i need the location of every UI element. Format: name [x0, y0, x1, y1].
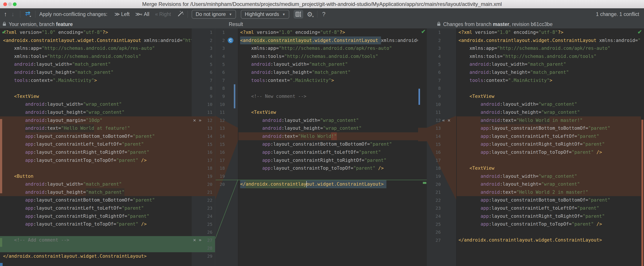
gutter-line: 11: [215, 108, 238, 116]
gutter-line: 24: [192, 212, 215, 220]
code-line: android:layout_width="wrap_content": [457, 172, 641, 180]
code-line[interactable]: app:layout_constraintTop_toTopOf="parent…: [238, 164, 418, 172]
code-line[interactable]: [238, 172, 418, 180]
added-stripe-marker[interactable]: [0, 238, 2, 247]
editor-settings-button[interactable]: ⚙ ▾: [307, 10, 314, 18]
result-marker-strip: ✔: [418, 28, 427, 266]
compare-options-icon[interactable]: [24, 10, 32, 19]
chevron-down-icon: ▾: [312, 15, 314, 18]
gutter-line: 16: [192, 148, 215, 156]
code-line: <!-- Add comment -->: [0, 236, 192, 244]
gutter-line: 28: [192, 244, 215, 252]
gutter-line: 15: [215, 140, 238, 148]
code-line[interactable]: android:text="Hello World!": [238, 132, 418, 140]
code-line[interactable]: android:layout_height="match_parent": [238, 68, 418, 76]
toolbar-separator: [188, 11, 188, 18]
code-line[interactable]: android:layout_width="match_parent": [238, 60, 418, 68]
apply-change-right-icon[interactable]: »: [197, 116, 203, 124]
gutter-line: 15: [192, 140, 215, 148]
line-number: 18: [203, 166, 215, 171]
code-line: <Button: [0, 172, 192, 180]
line-number: 12: [427, 118, 441, 123]
next-change-button[interactable]: ↓: [11, 11, 14, 18]
gutter-line: 20: [215, 180, 238, 188]
line-number: 17: [427, 158, 441, 163]
gutter-line: 1: [192, 28, 215, 36]
gutter-line: 10: [215, 100, 238, 108]
ignore-policy-dropdown[interactable]: Do not ignore ▼: [192, 10, 236, 19]
code-line: <?xml version="1.0" encoding="utf-8"?>: [0, 28, 192, 36]
ignore-change-icon[interactable]: ✕: [446, 116, 452, 124]
gutter-line: 9: [192, 92, 215, 100]
code-line[interactable]: xmlns:app="http://schemas.android.com/ap…: [238, 44, 418, 52]
bookmark-badge[interactable]: C: [228, 38, 233, 43]
change-summary: 1 change. 1 conflict: [596, 8, 639, 20]
previous-change-button[interactable]: ↑: [4, 11, 7, 18]
ignore-change-icon[interactable]: ✕: [192, 236, 197, 244]
window-title: Merge Revisions for /Users/minhpham/Docu…: [0, 0, 644, 8]
gutter-line: 6: [427, 68, 456, 76]
code-line[interactable]: app:layout_constraintLeft_toLeftOf="pare…: [238, 148, 418, 156]
collapse-unchanged-toggle[interactable]: [294, 10, 303, 18]
line-number: 1: [203, 30, 215, 35]
code-line: android:layout_width="match_parent": [457, 60, 641, 68]
code-line[interactable]: [238, 84, 418, 92]
code-line[interactable]: app:layout_constraintRight_toRightOf="pa…: [238, 156, 418, 164]
apply-change-left-icon[interactable]: «: [441, 116, 446, 124]
right-pane-code: <?xml version="1.0" encoding="utf-8"?><a…: [457, 28, 641, 266]
line-number: 18: [215, 166, 225, 171]
code-line: <androidx.constraintlayout.widget.Constr…: [0, 36, 192, 44]
code-line[interactable]: <androidx.constraintlayout.widget.Constr…: [238, 36, 418, 44]
result-pane-header: Result: [229, 20, 243, 28]
highlight-policy-dropdown[interactable]: Highlight words ▼: [241, 10, 289, 19]
code-line[interactable]: </androidx.constraintlayout.widget.Const…: [238, 180, 418, 188]
apply-left-changes-button[interactable]: ≫ Left: [114, 11, 130, 17]
code-line: [0, 228, 192, 236]
ignore-change-icon[interactable]: ✕: [192, 116, 197, 124]
text-caret: [306, 181, 307, 188]
lock-icon: [437, 22, 440, 27]
code-line[interactable]: xmlns:tools="http://schemas.android.com/…: [238, 52, 418, 60]
code-line: android:layout_height="wrap_content": [457, 108, 641, 116]
code-line[interactable]: [238, 100, 418, 108]
code-line: app:layout_constraintRight_toRightOf="pa…: [0, 148, 192, 156]
line-number: 20: [203, 182, 215, 187]
conflict-stripe-marker[interactable]: [0, 119, 2, 193]
code-line: app:layout_constraintRight_toRightOf="pa…: [457, 140, 641, 148]
line-number: 17: [203, 158, 215, 163]
line-number: 15: [427, 142, 441, 147]
magic-resolve-icon[interactable]: [176, 10, 184, 18]
applied-change-marker[interactable]: [423, 182, 426, 184]
code-line: </androidx.constraintlayout.widget.Const…: [0, 252, 192, 260]
modified-scrollbar-marker[interactable]: [418, 89, 420, 105]
code-line[interactable]: android:layout_height="wrap_content": [238, 124, 418, 132]
line-number: 9: [427, 94, 441, 99]
code-line[interactable]: android:layout_width="wrap_content": [238, 116, 418, 124]
code-line[interactable]: <!-- New comment -->: [238, 92, 418, 100]
code-line: <TextView: [0, 92, 192, 100]
line-number: 10: [203, 102, 215, 107]
line-number: 20: [427, 182, 441, 187]
chevron-down-icon: ▼: [229, 12, 232, 16]
all-changes-processed-check-icon: ✔: [2, 29, 6, 35]
line-number: 16: [427, 150, 441, 155]
help-button[interactable]: ?: [322, 11, 326, 18]
apply-right-changes-button[interactable]: « Right: [155, 11, 171, 17]
apply-all-changes-button[interactable]: ≫ « All: [135, 11, 149, 17]
apply-change-right-icon[interactable]: »: [197, 236, 203, 244]
gutter-line: 29: [192, 252, 215, 260]
code-line: android:layout_width="match_parent": [0, 180, 192, 188]
gutter-line: 16: [215, 148, 238, 156]
line-number: 19: [215, 174, 225, 179]
gutter-line: 19: [215, 172, 238, 180]
code-line: android:layout_width="match_parent": [0, 60, 192, 68]
code-line: android:layout_margin="10dp": [0, 116, 192, 124]
code-line[interactable]: app:layout_constraintBottom_toBottomOf="…: [238, 140, 418, 148]
code-line[interactable]: tools:context=".MainActivity">: [238, 76, 418, 84]
line-number: 28: [203, 246, 215, 251]
chevron-right-double-icon: ≫: [114, 11, 120, 17]
conflict-scrollbar-marker[interactable]: [642, 120, 643, 266]
code-line[interactable]: <?xml version="1.0" encoding="utf-8"?>: [238, 28, 418, 36]
line-number: 29: [203, 254, 215, 259]
code-line[interactable]: <TextView: [238, 108, 418, 116]
